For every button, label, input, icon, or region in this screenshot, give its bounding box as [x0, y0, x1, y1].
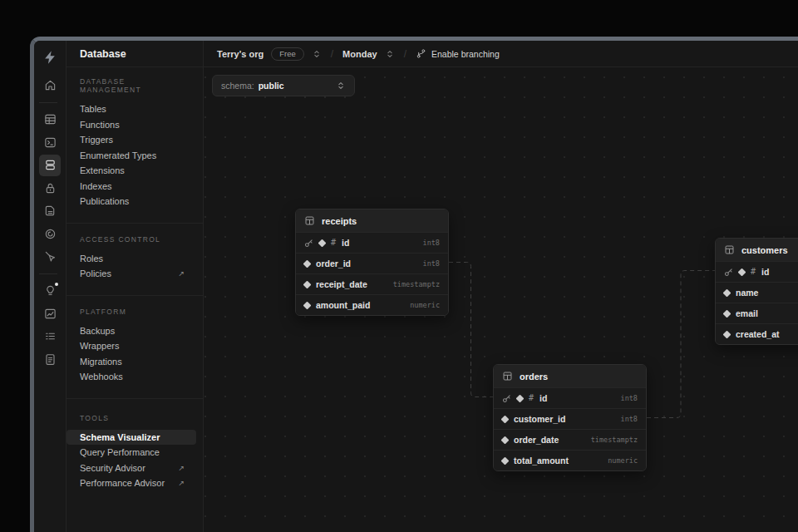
column-row: #id — [716, 261, 798, 282]
section-label: TOOLS — [80, 414, 190, 422]
sidebar-item-label: Webhooks — [80, 372, 123, 382]
column-type: int8 — [423, 239, 440, 247]
rail-advisors-button[interactable] — [39, 280, 61, 302]
section-label: ACCESS CONTROL — [80, 235, 190, 244]
sidebar-item-functions[interactable]: Functions — [66, 117, 196, 133]
sidebar-item-backups[interactable]: Backups — [66, 323, 196, 339]
sidebar-item-triggers[interactable]: Triggers — [66, 132, 196, 148]
rail-sql-editor-button[interactable] — [39, 131, 61, 153]
sidebar-item-schema-visualizer[interactable]: Schema Visualizer — [66, 430, 196, 446]
rail-storage-button[interactable] — [39, 200, 61, 222]
rail-database-button[interactable] — [39, 155, 61, 176]
sidebar-item-performance-advisor[interactable]: Performance Advisor↗ — [66, 475, 196, 491]
primary-key-icon — [724, 268, 733, 277]
sidebar-item-migrations[interactable]: Migrations — [66, 354, 196, 370]
project-chevron-updown-icon[interactable] — [385, 49, 395, 59]
sidebar-item-label: Enumerated Types — [80, 150, 156, 161]
sidebar-item-tables[interactable]: Tables — [66, 101, 196, 117]
rail-table-editor-button[interactable] — [39, 109, 61, 131]
rail-logs-button[interactable] — [39, 326, 61, 347]
supabase-logo-icon[interactable] — [39, 47, 61, 68]
page-title: Database — [66, 41, 203, 67]
sidebar-item-label: Migrations — [80, 357, 122, 367]
column-row: created_at — [716, 323, 798, 344]
not-null-diamond-icon — [303, 301, 312, 309]
sidebar-item-label: Tables — [80, 104, 106, 115]
table-node-receipts[interactable]: receipts#idint8order_idint8receipt_datet… — [295, 209, 449, 316]
rail-divider — [39, 273, 57, 274]
app-window: Database DATABASE MANAGEMENTTablesFuncti… — [30, 37, 798, 532]
sql-editor-icon — [44, 136, 57, 149]
sidebar-item-security-advisor[interactable]: Security Advisor↗ — [66, 461, 196, 476]
column-name: created_at — [736, 329, 780, 339]
schema-select-label: schema: — [221, 81, 254, 91]
sidebar-item-label: Extensions — [80, 165, 125, 176]
not-null-diamond-icon — [318, 239, 327, 247]
table-icon — [502, 371, 513, 382]
rail-auth-button[interactable] — [39, 177, 61, 199]
column-row: #idint8 — [296, 232, 448, 253]
rail-realtime-button[interactable] — [39, 246, 61, 268]
column-type: int8 — [621, 415, 638, 423]
column-name: name — [736, 288, 758, 298]
column-type: numeric — [410, 301, 440, 309]
schema-canvas[interactable]: schema: public receipts#idint8order_idin… — [204, 67, 798, 532]
sidebar-item-publications[interactable]: Publications — [66, 194, 196, 209]
sidebar: Database DATABASE MANAGEMENTTablesFuncti… — [66, 41, 204, 532]
sidebar-section-database-management: DATABASE MANAGEMENTTablesFunctionsTrigge… — [66, 77, 203, 218]
api-docs-icon — [44, 353, 57, 366]
not-null-diamond-icon — [303, 259, 312, 268]
schema-select[interactable]: schema: public — [212, 75, 355, 96]
not-null-diamond-icon — [501, 436, 510, 444]
not-null-diamond-icon — [501, 415, 510, 423]
topbar: Terry's org Free / Monday / Enable branc… — [204, 41, 798, 67]
column-name: order_id — [316, 259, 351, 268]
not-null-diamond-icon — [303, 280, 312, 288]
sidebar-item-label: Performance Advisor — [80, 478, 165, 489]
table-node-header: receipts — [296, 209, 448, 232]
sidebar-item-roles[interactable]: Roles — [66, 251, 196, 267]
sidebar-item-webhooks[interactable]: Webhooks — [66, 369, 196, 385]
plan-badge[interactable]: Free — [271, 47, 304, 61]
external-link-icon: ↗ — [178, 478, 185, 489]
logs-icon — [44, 330, 57, 342]
sidebar-item-enumerated-types[interactable]: Enumerated Types — [66, 148, 196, 164]
sidebar-item-policies[interactable]: Policies↗ — [66, 266, 196, 282]
identity-hash-icon: # — [529, 394, 534, 402]
org-selector[interactable]: Terry's org — [217, 49, 264, 59]
not-null-diamond-icon — [723, 288, 732, 297]
sidebar-item-label: Backups — [80, 326, 115, 337]
sidebar-item-indexes[interactable]: Indexes — [66, 179, 196, 195]
icon-rail — [34, 41, 66, 532]
column-type: numeric — [608, 456, 638, 465]
column-name: customer_id — [514, 414, 565, 424]
enable-branching-button[interactable]: Enable branching — [416, 48, 500, 59]
sidebar-item-extensions[interactable]: Extensions — [66, 163, 196, 179]
rail-api-docs-button[interactable] — [39, 348, 61, 370]
sidebar-item-label: Wrappers — [80, 341, 119, 352]
rail-home-button[interactable] — [39, 75, 61, 96]
column-name: email — [736, 308, 758, 318]
table-node-orders[interactable]: orders#idint8customer_idint8order_dateti… — [493, 364, 647, 471]
column-name: id — [539, 393, 547, 403]
relationship-edge — [449, 263, 493, 397]
table-node-header: orders — [494, 365, 646, 387]
rail-edge-functions-button[interactable] — [39, 223, 61, 244]
not-null-diamond-icon — [516, 394, 525, 402]
sidebar-item-query-performance[interactable]: Query Performance — [66, 445, 196, 461]
desktop: Database DATABASE MANAGEMENTTablesFuncti… — [0, 0, 798, 532]
org-chevron-updown-icon[interactable] — [312, 49, 322, 59]
sidebar-item-label: Policies — [80, 268, 111, 279]
column-row: #idint8 — [494, 387, 646, 408]
rail-reports-button[interactable] — [39, 303, 61, 324]
table-node-customers[interactable]: customers#idnameemailcreated_at — [715, 238, 798, 345]
sidebar-item-wrappers[interactable]: Wrappers — [66, 338, 196, 354]
table-name: orders — [520, 372, 548, 382]
realtime-icon — [44, 250, 57, 263]
sidebar-item-label: Roles — [80, 254, 103, 264]
project-selector[interactable]: Monday — [342, 49, 377, 59]
sidebar-section-tools: TOOLSSchema VisualizerQuery PerformanceS… — [66, 398, 203, 500]
section-label: PLATFORM — [80, 308, 190, 316]
reports-icon — [44, 308, 57, 320]
column-name: amount_paid — [316, 300, 370, 310]
